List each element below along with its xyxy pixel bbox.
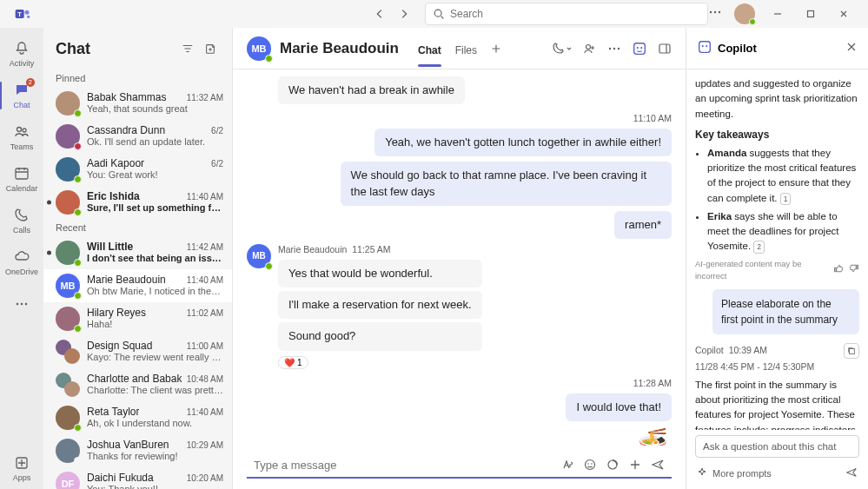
chat-list-item[interactable]: Babak Shammas11:32 AMYeah, that sounds g… (43, 87, 232, 120)
sparkle-icon (697, 467, 707, 479)
me-avatar[interactable] (734, 3, 755, 24)
chat-item-name: Design Squad (87, 340, 152, 352)
svg-point-17 (609, 47, 611, 49)
chat-list-item[interactable]: Eric Ishida11:40 AMSure, I'll set up som… (43, 186, 232, 219)
tab-files[interactable]: Files (455, 30, 477, 67)
settings-more-button[interactable] (708, 5, 722, 23)
avatar (56, 307, 80, 331)
svg-point-21 (637, 47, 639, 49)
message-bubble[interactable]: Yes that would be wonderful. (278, 260, 482, 287)
message-bubble[interactable]: We should go back to that ramne place. I… (341, 162, 672, 205)
avatar (56, 190, 80, 215)
more-prompts-button[interactable]: More prompts (712, 468, 772, 479)
svg-rect-11 (16, 169, 28, 179)
copilot-close-button[interactable] (845, 41, 858, 56)
rail-teams[interactable]: Teams (0, 116, 43, 158)
chat-item-preview: Thanks for reviewing! (87, 451, 223, 461)
conversation-avatar[interactable]: MB (247, 36, 271, 61)
chat-list-item[interactable]: Cassandra Dunn6/2Ok. I'll send an update… (43, 120, 232, 153)
conv-more-button[interactable] (607, 42, 621, 56)
chat-list-item[interactable]: Aadi Kapoor6/2You: Great work! (43, 153, 232, 186)
rail-calls[interactable]: Calls (0, 200, 43, 241)
chat-list-item[interactable]: Design Squad11:00 AMKayo: The review wen… (43, 335, 232, 368)
app-rail: Activity 2 Chat Teams Calendar Calls (0, 28, 43, 489)
people-button[interactable] (583, 42, 597, 56)
chat-item-preview: Sure, I'll set up something for next wee… (87, 202, 223, 213)
copilot-send-button[interactable] (845, 466, 858, 480)
avatar: MB (56, 274, 80, 298)
ai-disclaimer: AI-generated content may be incorrect (695, 258, 828, 283)
svg-point-14 (25, 303, 28, 306)
copilot-reply-text: The first point in the summary is about … (695, 378, 859, 430)
message-bubble[interactable]: ramen* (614, 211, 672, 239)
svg-point-5 (710, 11, 712, 13)
rail-apps[interactable]: Apps (0, 447, 43, 489)
format-button[interactable] (560, 458, 574, 472)
tab-chat[interactable]: Chat (418, 30, 441, 67)
call-button[interactable] (552, 42, 573, 56)
close-button[interactable] (833, 3, 854, 24)
chat-item-preview: Oh btw Marie, I noticed in the document … (87, 286, 223, 296)
svg-point-10 (23, 129, 26, 132)
chat-item-time: 11:40 AM (187, 192, 223, 202)
thumbs-up-button[interactable] (833, 263, 844, 277)
chat-list-item[interactable]: MBMarie Beaudouin11:40 AMOh btw Marie, I… (43, 269, 232, 302)
chat-item-preview: I don't see that being an issue. Can you… (87, 253, 223, 263)
emoji-button[interactable] (583, 458, 597, 472)
message-bubble[interactable]: I'll make a reservation for next week. (278, 291, 482, 319)
rail-more[interactable] (0, 283, 43, 325)
message-bubble[interactable]: We haven't had a break in awhile (278, 76, 465, 104)
chat-list-item[interactable]: DFDaichi Fukuda10:20 AMYou: Thank you!! (43, 467, 232, 489)
thumbs-down-button[interactable] (849, 263, 859, 277)
chat-item-time: 10:48 AM (187, 374, 223, 384)
sender-avatar[interactable]: MB (247, 244, 271, 268)
compose-box[interactable] (247, 453, 672, 479)
search-input[interactable] (425, 3, 708, 25)
noodles-emoji: 🍜 (638, 426, 668, 446)
chat-item-preview: Yeah, that sounds great (87, 103, 223, 114)
chat-item-name: Charlotte and Babak (87, 373, 182, 385)
copilot-toggle-button[interactable] (632, 41, 647, 56)
filter-button[interactable] (178, 39, 197, 58)
nav-back-button[interactable] (369, 3, 390, 24)
chat-item-preview: Haha! (87, 319, 223, 329)
citation[interactable]: 2 (753, 241, 765, 254)
svg-point-7 (719, 11, 720, 13)
chat-item-name: Joshua VanBuren (87, 439, 169, 451)
message-bubble[interactable]: Sound good? (278, 322, 482, 350)
chat-list-item[interactable]: Will Little11:42 AMI don't see that bein… (43, 236, 232, 269)
rail-chat[interactable]: 2 Chat (0, 75, 43, 116)
chat-item-preview: Ok. I'll send an update later. (87, 136, 223, 147)
nav-forward-button[interactable] (394, 3, 414, 24)
citation[interactable]: 1 (780, 193, 792, 206)
conversation-title: Marie Beaudouin (280, 40, 399, 57)
avatar (56, 157, 80, 182)
rail-activity[interactable]: Activity (0, 33, 43, 75)
reaction-badge[interactable]: ❤️1 (278, 356, 308, 369)
loop-button[interactable] (606, 458, 620, 472)
chat-item-time: 11:42 AM (187, 242, 223, 252)
message-bubble[interactable]: Yeah, we haven't gotten lunch together i… (374, 129, 672, 156)
minimize-button[interactable] (767, 3, 788, 24)
message-bubble[interactable]: I would love that! (566, 393, 672, 421)
chat-list-item[interactable]: Charlotte and Babak10:48 AMCharlotte: Th… (43, 368, 232, 401)
rail-calendar[interactable]: Calendar (0, 158, 43, 200)
svg-point-9 (17, 128, 22, 132)
chat-item-time: 10:29 AM (187, 440, 223, 450)
svg-point-26 (591, 463, 593, 465)
open-pane-button[interactable] (658, 42, 672, 56)
compose-input[interactable] (254, 459, 553, 472)
calendar-icon (13, 165, 30, 182)
add-tab-button[interactable] (486, 38, 507, 59)
rail-onedrive[interactable]: OneDrive (0, 241, 43, 283)
svg-rect-23 (659, 44, 670, 53)
chat-list-item[interactable]: Joshua VanBuren10:29 AMThanks for review… (43, 434, 232, 467)
send-button[interactable] (651, 458, 665, 472)
copy-button[interactable] (844, 343, 859, 359)
copilot-input[interactable]: Ask a question about this chat (695, 435, 859, 458)
chat-list-item[interactable]: Hilary Reyes11:02 AMHaha! (43, 302, 232, 335)
chat-list-item[interactable]: Reta Taylor11:40 AMAh, ok I understand n… (43, 401, 232, 434)
compose-more-button[interactable] (628, 458, 642, 472)
new-chat-button[interactable] (201, 39, 220, 58)
maximize-button[interactable] (800, 3, 821, 24)
